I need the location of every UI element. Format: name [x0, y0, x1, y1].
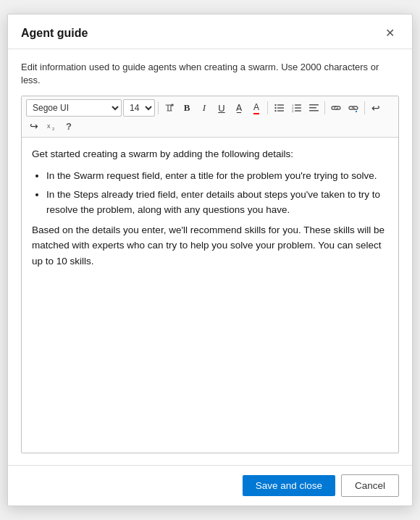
italic-button[interactable]: I: [196, 100, 212, 116]
description-text: Edit information used to guide agents wh…: [21, 61, 399, 87]
align-button[interactable]: [306, 100, 322, 116]
editor-paragraph-1: Get started creating a swarm by adding t…: [32, 146, 388, 162]
font-family-select[interactable]: Segoe UI Arial Times New Roman: [26, 99, 122, 117]
toolbar-divider-1: [158, 101, 159, 114]
insert-link-button[interactable]: [345, 100, 361, 116]
dialog-title: Agent guide: [21, 27, 88, 40]
insert-link-icon: [348, 104, 358, 112]
subscript-button[interactable]: x 2: [43, 118, 59, 134]
dialog-header: Agent guide ✕: [8, 14, 412, 49]
close-button[interactable]: ✕: [381, 25, 399, 41]
svg-point-4: [274, 110, 276, 112]
font-size-select[interactable]: 8 10 12 14 18 24: [123, 99, 155, 117]
editor-bullet-list: In the Swarm request field, enter a titl…: [46, 168, 388, 218]
dialog-footer: Save and close Cancel: [8, 465, 412, 506]
bullets-icon: [274, 104, 284, 112]
underline-button[interactable]: U: [214, 100, 230, 116]
editor-content-area[interactable]: Get started creating a swarm by adding t…: [22, 138, 398, 453]
editor-container: Segoe UI Arial Times New Roman 8 10 12 1…: [21, 96, 399, 453]
numbering-button[interactable]: 1. 2. 3.: [288, 100, 304, 116]
font-color-icon: A: [253, 102, 259, 114]
agent-guide-dialog: Agent guide ✕ Edit information used to g…: [7, 14, 413, 506]
save-close-button[interactable]: Save and close: [243, 475, 335, 496]
font-color-button[interactable]: A: [248, 100, 264, 116]
redo-button[interactable]: ↪: [26, 118, 42, 134]
format-clear-button[interactable]: [161, 100, 177, 116]
toolbar-divider-2: [267, 101, 268, 114]
dialog-body: Edit information used to guide agents wh…: [8, 49, 412, 465]
editor-toolbar: Segoe UI Arial Times New Roman 8 10 12 1…: [22, 96, 398, 138]
svg-rect-14: [309, 110, 319, 112]
editor-bullet-2: In the Steps already tried field, enter …: [46, 187, 388, 218]
undo-button[interactable]: ↩: [368, 100, 384, 116]
link-button[interactable]: [328, 100, 344, 116]
svg-text:3.: 3.: [292, 109, 294, 112]
cancel-button[interactable]: Cancel: [341, 474, 399, 497]
italic-icon: I: [203, 102, 206, 114]
svg-rect-5: [277, 111, 284, 112]
editor-paragraph-2: Based on the details you enter, we'll re…: [32, 222, 388, 269]
svg-text:x: x: [47, 122, 51, 130]
numbering-icon: 1. 2. 3.: [292, 104, 301, 112]
svg-rect-1: [277, 105, 284, 106]
svg-rect-3: [277, 108, 284, 109]
editor-bullet-1: In the Swarm request field, enter a titl…: [46, 168, 388, 184]
svg-rect-12: [309, 104, 319, 106]
subscript-icon: x 2: [47, 122, 56, 131]
redo-icon: ↪: [30, 120, 38, 132]
toolbar-divider-3: [324, 101, 325, 114]
highlight-button[interactable]: A̲: [231, 100, 247, 116]
align-icon: [309, 104, 319, 112]
link-icon: [331, 104, 341, 112]
help-button[interactable]: ?: [61, 118, 77, 134]
format-clear-icon: [164, 103, 175, 113]
bold-icon: B: [184, 102, 190, 114]
underline-icon: U: [218, 103, 224, 114]
bullets-button[interactable]: [271, 100, 287, 116]
svg-text:2: 2: [52, 127, 55, 131]
bold-button[interactable]: B: [179, 100, 195, 116]
svg-rect-11: [295, 111, 301, 112]
svg-rect-13: [309, 107, 316, 109]
svg-point-2: [274, 107, 276, 109]
toolbar-divider-4: [364, 101, 365, 114]
svg-rect-7: [295, 105, 301, 106]
svg-point-0: [274, 104, 276, 106]
highlight-icon: A̲: [236, 103, 242, 113]
undo-icon: ↩: [371, 102, 380, 114]
help-icon: ?: [66, 121, 72, 132]
svg-rect-9: [295, 108, 301, 109]
